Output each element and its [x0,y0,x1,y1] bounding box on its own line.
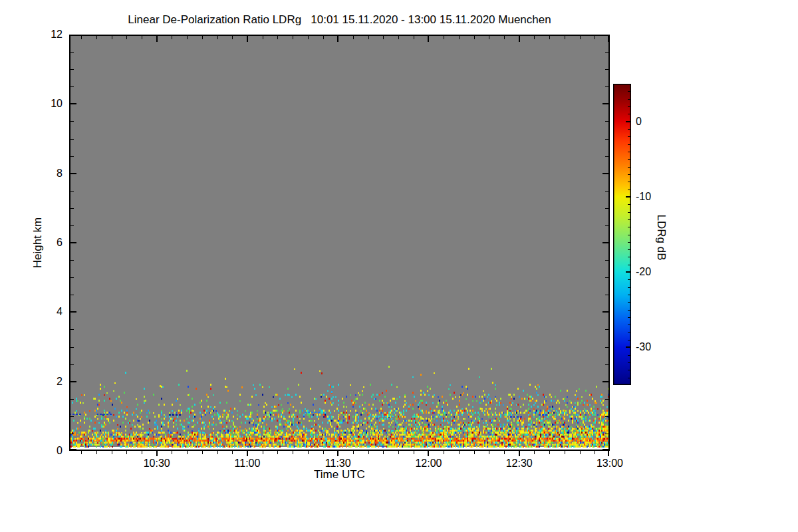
colorbar-gradient [613,84,631,385]
colorbar-tick-label--20: -20 [636,265,669,279]
y-tick-label-6: 6 [20,236,63,249]
x-tick-label-11:00: 11:00 [224,458,271,469]
colorbar-tick-label--30: -30 [636,340,669,354]
x-tick-label-10:30: 10:30 [134,458,180,469]
colorbar-tick-label--10: -10 [636,190,669,203]
plot-title: Linear De-Polarization Ratio LDRg 10:01 … [69,13,610,27]
y-tick-label-2: 2 [20,375,63,388]
y-tick-label-10: 10 [20,97,63,110]
figure: Linear De-Polarization Ratio LDRg 10:01 … [0,0,798,532]
ldr-heatmap-canvas [69,35,610,456]
colorbar-tick-label-0: 0 [636,115,669,128]
colorbar-label: LDRg dB [654,215,668,261]
x-tick-label-12:00: 12:00 [405,458,452,469]
x-axis-label: Time UTC [69,468,610,481]
y-tick-label-12: 12 [20,28,63,41]
x-tick-label-13:00: 13:00 [587,458,633,469]
y-tick-label-4: 4 [20,305,63,319]
y-tick-label-0: 0 [20,444,63,458]
y-tick-label-8: 8 [20,167,63,180]
x-tick-label-12:30: 12:30 [496,458,543,469]
x-tick-label-11:30: 11:30 [315,458,361,469]
